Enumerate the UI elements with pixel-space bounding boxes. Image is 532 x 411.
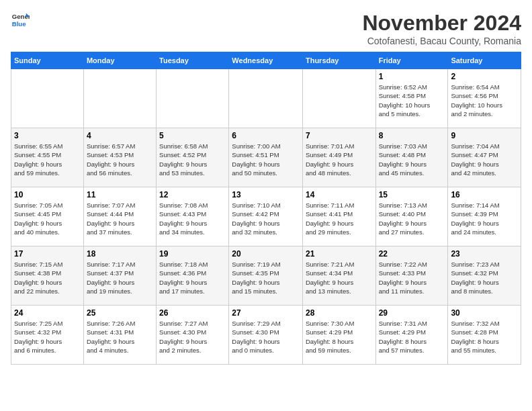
day-number: 18	[87, 249, 153, 259]
day-info: Sunrise: 7:18 AM Sunset: 4:36 PM Dayligh…	[159, 260, 226, 295]
week-row-3: 17Sunrise: 7:15 AM Sunset: 4:38 PM Dayli…	[11, 246, 521, 306]
week-row-1: 3Sunrise: 6:55 AM Sunset: 4:55 PM Daylig…	[11, 128, 521, 187]
day-number: 14	[306, 190, 373, 199]
calendar-cell	[302, 69, 375, 128]
day-number: 23	[451, 249, 518, 259]
location: Cotofanesti, Bacau County, Romania	[362, 36, 521, 46]
day-info: Sunrise: 7:29 AM Sunset: 4:30 PM Dayligh…	[232, 319, 300, 355]
day-number: 15	[379, 190, 445, 199]
day-info: Sunrise: 7:11 AM Sunset: 4:41 PM Dayligh…	[306, 201, 373, 236]
calendar-cell: 30Sunrise: 7:32 AM Sunset: 4:28 PM Dayli…	[448, 306, 521, 365]
day-info: Sunrise: 7:30 AM Sunset: 4:29 PM Dayligh…	[306, 319, 373, 355]
calendar-cell	[83, 69, 156, 128]
day-number: 27	[232, 308, 300, 318]
calendar-cell: 8Sunrise: 7:03 AM Sunset: 4:48 PM Daylig…	[375, 128, 448, 187]
day-number: 2	[451, 72, 518, 81]
calendar-cell: 15Sunrise: 7:13 AM Sunset: 4:40 PM Dayli…	[375, 187, 448, 246]
calendar-cell	[229, 69, 303, 128]
day-number: 4	[87, 131, 153, 140]
day-number: 10	[14, 190, 81, 199]
calendar-cell: 6Sunrise: 7:00 AM Sunset: 4:51 PM Daylig…	[229, 128, 303, 187]
day-number: 22	[379, 249, 445, 259]
logo-icon: General Blue	[11, 11, 30, 30]
day-number: 12	[159, 190, 226, 199]
calendar-cell: 9Sunrise: 7:04 AM Sunset: 4:47 PM Daylig…	[448, 128, 521, 187]
calendar-cell: 2Sunrise: 6:54 AM Sunset: 4:56 PM Daylig…	[448, 69, 521, 128]
day-number: 5	[159, 131, 226, 140]
day-number: 7	[306, 131, 373, 140]
day-info: Sunrise: 7:19 AM Sunset: 4:35 PM Dayligh…	[232, 260, 300, 295]
day-info: Sunrise: 7:21 AM Sunset: 4:34 PM Dayligh…	[306, 260, 373, 295]
day-info: Sunrise: 7:25 AM Sunset: 4:32 PM Dayligh…	[14, 319, 81, 355]
header-sunday: Sunday	[11, 52, 84, 69]
day-info: Sunrise: 7:04 AM Sunset: 4:47 PM Dayligh…	[451, 142, 518, 177]
calendar-cell: 1Sunrise: 6:52 AM Sunset: 4:58 PM Daylig…	[375, 69, 448, 128]
day-number: 25	[87, 308, 153, 318]
day-number: 21	[306, 249, 373, 259]
header-saturday: Saturday	[448, 52, 521, 69]
header-tuesday: Tuesday	[157, 52, 229, 69]
calendar-cell	[157, 69, 229, 128]
day-info: Sunrise: 7:27 AM Sunset: 4:30 PM Dayligh…	[159, 319, 226, 355]
calendar-cell: 28Sunrise: 7:30 AM Sunset: 4:29 PM Dayli…	[302, 306, 375, 365]
calendar-table: SundayMondayTuesdayWednesdayThursdayFrid…	[11, 52, 521, 365]
day-info: Sunrise: 7:08 AM Sunset: 4:43 PM Dayligh…	[159, 201, 226, 236]
calendar-cell: 4Sunrise: 6:57 AM Sunset: 4:53 PM Daylig…	[83, 128, 156, 187]
calendar-cell: 24Sunrise: 7:25 AM Sunset: 4:32 PM Dayli…	[11, 306, 84, 365]
calendar-cell: 11Sunrise: 7:07 AM Sunset: 4:44 PM Dayli…	[83, 187, 156, 246]
header-wednesday: Wednesday	[229, 52, 303, 69]
calendar-cell: 19Sunrise: 7:18 AM Sunset: 4:36 PM Dayli…	[157, 246, 229, 306]
day-number: 26	[159, 308, 226, 318]
day-info: Sunrise: 7:14 AM Sunset: 4:39 PM Dayligh…	[451, 201, 518, 236]
day-info: Sunrise: 7:10 AM Sunset: 4:42 PM Dayligh…	[232, 201, 300, 236]
week-row-4: 24Sunrise: 7:25 AM Sunset: 4:32 PM Dayli…	[11, 306, 521, 365]
title-area: November 2024 Cotofanesti, Bacau County,…	[362, 11, 521, 46]
day-number: 17	[14, 249, 81, 259]
calendar-cell: 22Sunrise: 7:22 AM Sunset: 4:33 PM Dayli…	[375, 246, 448, 306]
logo: General Blue	[11, 11, 30, 30]
day-number: 9	[451, 131, 518, 140]
calendar-cell: 10Sunrise: 7:05 AM Sunset: 4:45 PM Dayli…	[11, 187, 84, 246]
calendar-header-row: SundayMondayTuesdayWednesdayThursdayFrid…	[11, 52, 521, 69]
week-row-0: 1Sunrise: 6:52 AM Sunset: 4:58 PM Daylig…	[11, 69, 521, 128]
calendar-cell: 25Sunrise: 7:26 AM Sunset: 4:31 PM Dayli…	[83, 306, 156, 365]
svg-text:Blue: Blue	[12, 20, 26, 28]
page-header: General Blue November 2024 Cotofanesti, …	[11, 11, 521, 46]
day-number: 30	[451, 308, 518, 318]
day-info: Sunrise: 7:07 AM Sunset: 4:44 PM Dayligh…	[87, 201, 153, 236]
day-info: Sunrise: 7:17 AM Sunset: 4:37 PM Dayligh…	[87, 260, 153, 295]
calendar-body: 1Sunrise: 6:52 AM Sunset: 4:58 PM Daylig…	[11, 69, 521, 365]
day-info: Sunrise: 7:22 AM Sunset: 4:33 PM Dayligh…	[379, 260, 445, 295]
day-number: 6	[232, 131, 300, 140]
day-info: Sunrise: 7:13 AM Sunset: 4:40 PM Dayligh…	[379, 201, 445, 236]
day-info: Sunrise: 7:01 AM Sunset: 4:49 PM Dayligh…	[306, 142, 373, 177]
calendar-cell: 3Sunrise: 6:55 AM Sunset: 4:55 PM Daylig…	[11, 128, 84, 187]
day-info: Sunrise: 7:00 AM Sunset: 4:51 PM Dayligh…	[232, 142, 300, 177]
day-info: Sunrise: 6:52 AM Sunset: 4:58 PM Dayligh…	[379, 83, 445, 118]
day-number: 29	[379, 308, 445, 318]
day-info: Sunrise: 7:05 AM Sunset: 4:45 PM Dayligh…	[14, 201, 81, 236]
day-number: 8	[379, 131, 445, 140]
calendar-cell: 18Sunrise: 7:17 AM Sunset: 4:37 PM Dayli…	[83, 246, 156, 306]
calendar-cell: 26Sunrise: 7:27 AM Sunset: 4:30 PM Dayli…	[157, 306, 229, 365]
day-info: Sunrise: 7:32 AM Sunset: 4:28 PM Dayligh…	[451, 319, 518, 355]
day-number: 24	[14, 308, 81, 318]
day-info: Sunrise: 6:55 AM Sunset: 4:55 PM Dayligh…	[14, 142, 81, 177]
day-info: Sunrise: 7:03 AM Sunset: 4:48 PM Dayligh…	[379, 142, 445, 177]
day-info: Sunrise: 7:23 AM Sunset: 4:32 PM Dayligh…	[451, 260, 518, 295]
day-info: Sunrise: 6:54 AM Sunset: 4:56 PM Dayligh…	[451, 83, 518, 118]
header-thursday: Thursday	[302, 52, 375, 69]
calendar-cell: 13Sunrise: 7:10 AM Sunset: 4:42 PM Dayli…	[229, 187, 303, 246]
calendar-cell: 16Sunrise: 7:14 AM Sunset: 4:39 PM Dayli…	[448, 187, 521, 246]
day-number: 19	[159, 249, 226, 259]
day-number: 28	[306, 308, 373, 318]
header-friday: Friday	[375, 52, 448, 69]
day-info: Sunrise: 6:57 AM Sunset: 4:53 PM Dayligh…	[87, 142, 153, 177]
calendar-cell: 27Sunrise: 7:29 AM Sunset: 4:30 PM Dayli…	[229, 306, 303, 365]
calendar-cell	[11, 69, 84, 128]
month-year: November 2024	[362, 11, 521, 36]
day-number: 1	[379, 72, 445, 81]
day-info: Sunrise: 6:58 AM Sunset: 4:52 PM Dayligh…	[159, 142, 226, 177]
calendar-cell: 12Sunrise: 7:08 AM Sunset: 4:43 PM Dayli…	[157, 187, 229, 246]
header-monday: Monday	[83, 52, 156, 69]
